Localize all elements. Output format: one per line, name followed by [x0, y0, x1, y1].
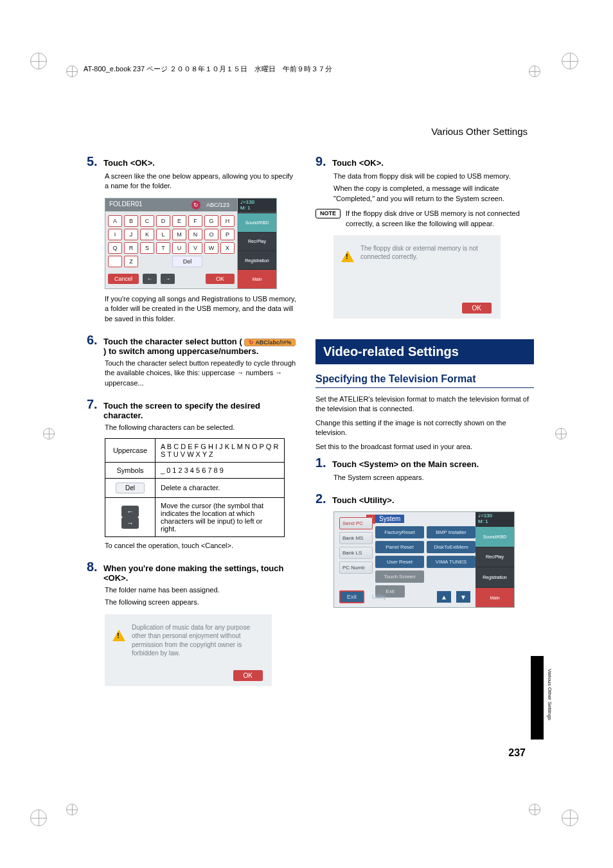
table-row: Del Delete a character.	[105, 478, 285, 497]
registration-mark-icon	[66, 66, 78, 77]
table-row: ←→ Move the cursor (the symbol that indi…	[105, 497, 285, 536]
system-label: System	[375, 515, 404, 523]
sound-kbd-button[interactable]: Sound/KBD	[475, 526, 514, 547]
character-table: Uppercase A B C D E F G H I J K L M N O …	[105, 438, 285, 537]
key-button[interactable]: E	[172, 215, 186, 227]
table-cell-label: ←→	[105, 497, 155, 536]
sub-heading: Specifying the Television Format	[315, 373, 534, 388]
key-button[interactable]: A	[108, 215, 122, 227]
main-button[interactable]: Main	[238, 269, 276, 288]
key-button[interactable]: B	[124, 215, 138, 227]
step-title: Touch <OK>.	[332, 158, 526, 168]
warning-dialog: The floppy disk or external memory is no…	[333, 235, 501, 319]
key-button[interactable]: J	[124, 229, 138, 240]
key-button[interactable]: W	[204, 242, 218, 254]
step-body-text: A screen like the one below appears, all…	[105, 172, 298, 191]
key-button[interactable]: M	[172, 229, 186, 240]
tempo-indicator: ♩=130M: 1	[475, 512, 514, 526]
step-8: 8. When you're done making the settings,…	[87, 560, 298, 686]
registration-mark-icon	[30, 810, 47, 826]
sound-kbd-button[interactable]: Sound/KBD	[238, 213, 276, 231]
registration-button[interactable]: Registration	[238, 251, 276, 269]
menu-button[interactable]: FactoryReset	[375, 526, 424, 538]
key-button[interactable]: R	[124, 242, 138, 254]
key-button[interactable]: L	[156, 229, 170, 240]
step-5: 5. Touch <OK>. A screen like the one bel…	[87, 154, 298, 324]
key-button[interactable]: C	[140, 215, 154, 227]
screen-title: FOLDER01	[109, 200, 143, 209]
key-button[interactable]: F	[188, 215, 202, 227]
table-cell-value: A B C D E F G H I J K L M N O P Q R S T …	[155, 438, 285, 462]
step-title: Touch <OK>.	[103, 158, 298, 168]
del-button[interactable]: Del	[172, 256, 202, 267]
key-button[interactable]: H	[220, 215, 235, 227]
key-button[interactable]	[108, 256, 122, 267]
step-number: 6.	[87, 333, 103, 348]
registration-mark-icon	[562, 810, 578, 826]
ok-button[interactable]: OK	[206, 274, 235, 284]
registration-mark-icon	[562, 53, 578, 69]
system-tab[interactable]: PC Numb	[339, 562, 373, 574]
table-cell-value: Move the cursor (the symbol that indicat…	[155, 497, 285, 536]
system-tab[interactable]: Bank MS	[339, 532, 373, 544]
rec-play-button[interactable]: Rec/Play	[238, 232, 276, 251]
system-tab[interactable]: Send PC	[339, 517, 373, 529]
step-title: When you're done making the settings, to…	[103, 563, 298, 583]
scroll-down-button[interactable]: ▼	[456, 591, 470, 603]
scroll-up-button[interactable]: ▲	[437, 591, 451, 603]
menu-button[interactable]: DiskToExtMem	[427, 541, 475, 553]
tempo-indicator: ♩=130M: 1	[238, 199, 276, 213]
key-button[interactable]: T	[156, 242, 170, 254]
warning-dialog: Duplication of music data for any purpos…	[105, 614, 272, 686]
key-button[interactable]: G	[204, 215, 218, 227]
page-section-heading: Various Other Settings	[431, 126, 528, 137]
page-number: 237	[508, 747, 526, 759]
rec-play-button[interactable]: Rec/Play	[475, 547, 514, 567]
key-button[interactable]: K	[140, 229, 154, 240]
key-button[interactable]: D	[156, 215, 170, 227]
step-number: 1.	[315, 456, 332, 470]
arrow-left-icon: ←	[121, 506, 139, 517]
key-button[interactable]: U	[172, 242, 186, 254]
cursor-left-button[interactable]: ←	[143, 274, 157, 284]
step-title: Touch the character select button ( ↻ABC…	[103, 337, 298, 356]
abc-toggle-button[interactable]: ABC/123	[202, 200, 233, 209]
book-meta-line: AT-800_e.book 237 ページ ２００８年１０月１５日 水曜日 午前…	[84, 64, 529, 74]
exit-button[interactable]: Exit	[339, 590, 364, 603]
main-button[interactable]: Main	[475, 587, 514, 608]
step-body-text: The folder name has been assigned.	[105, 585, 298, 595]
menu-button[interactable]: BMP Installer	[427, 526, 475, 538]
step-9: 9. Touch <OK>. The data from floppy disk…	[315, 154, 526, 319]
key-button[interactable]: X	[220, 242, 235, 254]
registration-mark-icon	[555, 428, 567, 439]
menu-button[interactable]: Panel Reset	[375, 541, 424, 553]
menu-button[interactable]: Touch Screen	[375, 571, 424, 583]
table-row: Uppercase A B C D E F G H I J K L M N O …	[105, 438, 285, 462]
key-button[interactable]: N	[188, 229, 202, 240]
book-meta-text: AT-800_e.book 237 ページ ２００８年１０月１５日 水曜日 午前…	[84, 65, 332, 73]
ok-button[interactable]: OK	[462, 303, 492, 314]
menu-button[interactable]: VIMA TUNES	[427, 556, 475, 568]
cursor-right-button[interactable]: →	[161, 274, 175, 284]
section-heading: Video-related Settings	[315, 339, 534, 364]
step-body-text: If you're copying all songs and Registra…	[105, 294, 298, 324]
note-text: If the floppy disk drive or USB memory i…	[346, 209, 526, 229]
key-button[interactable]: I	[108, 229, 122, 240]
step-title: Touch <System> on the Main screen.	[332, 459, 526, 469]
registration-mark-icon	[30, 53, 47, 69]
key-button[interactable]: Z	[124, 256, 138, 267]
registration-button[interactable]: Registration	[475, 567, 514, 587]
key-button[interactable]: O	[204, 229, 218, 240]
step-2: 2. Touch <Utility>. ✕ System Send PC Ban…	[315, 492, 526, 608]
key-button[interactable]: S	[140, 242, 154, 254]
system-tab[interactable]: Bank LS	[339, 547, 373, 559]
key-button[interactable]: P	[220, 229, 235, 240]
utility-label[interactable]: Utility	[369, 592, 389, 602]
key-button[interactable]: Q	[108, 242, 122, 254]
cancel-button[interactable]: Cancel	[108, 274, 139, 284]
warning-text: The floppy disk or external memory is no…	[360, 244, 493, 261]
ok-button[interactable]: OK	[233, 670, 263, 681]
step-6: 6. Touch the character select button ( ↻…	[87, 333, 298, 388]
menu-button[interactable]: User Reset	[375, 556, 424, 568]
key-button[interactable]: V	[188, 242, 202, 254]
